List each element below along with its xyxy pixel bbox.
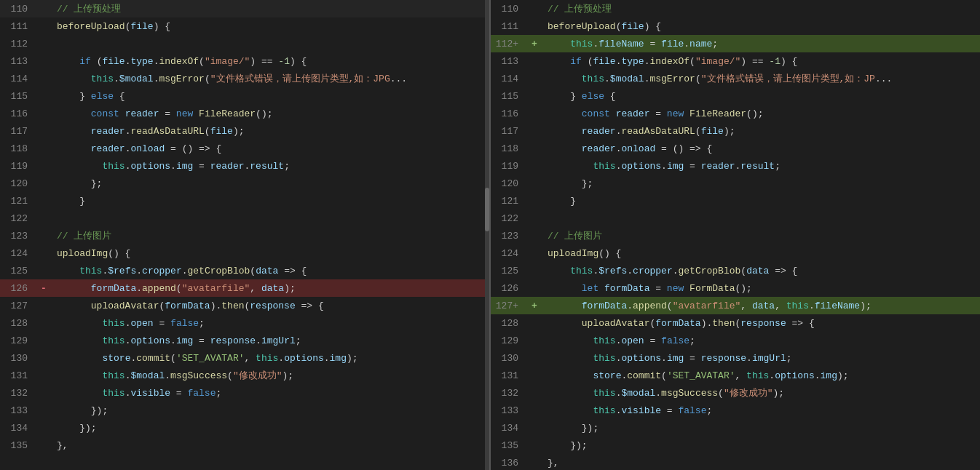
table-row: 129 this.open = false; [491,332,980,349]
table-row: 113 if (file.type.indexOf("image/") == -… [0,52,489,70]
table-row: 114 this.$modal.msgError("文件格式错误，请上传图片类型… [0,70,489,87]
table-row: 129 this.options.img = response.imgUrl; [0,332,489,349]
table-row: 126 let formData = new FormData(); [491,279,980,297]
table-row: 134 }); [0,419,489,437]
table-row: 118 reader.onload = () => { [491,140,980,157]
table-row: 110 // 上传预处理 [0,0,489,17]
table-row: 131 this.$modal.msgSuccess("修改成功"); [0,367,489,384]
table-row: 121 } [0,192,489,210]
table-row: 136 }, [491,454,980,470]
table-row: 113 if (file.type.indexOf("image/") == -… [491,52,980,70]
table-row: 117 reader.readAsDataURL(file); [0,122,489,140]
table-row: 133 }); [0,402,489,419]
table-row: 119 this.options.img = reader.result; [491,157,980,175]
table-row: 124 uploadImg() { [491,244,980,262]
table-row: 134 }); [491,419,980,437]
table-row: 116 const reader = new FileReader(); [0,105,489,122]
table-row: 127 uploadAvatar(formData).then(response… [0,297,489,314]
table-row: 123 // 上传图片 [0,227,489,244]
table-row: 112 [0,35,489,52]
table-row: 111 beforeUpload(file) { [0,17,489,35]
diff-viewer: 110 // 上传预处理 111 beforeUpload(file) { 11… [0,0,980,470]
table-row: 133 this.visible = false; [491,402,980,419]
table-row: 123 // 上传图片 [491,227,980,244]
right-pane: 110 // 上传预处理 111 beforeUpload(file) { 11… [491,0,980,470]
table-row: 132 this.visible = false; [0,384,489,402]
table-row: 119 this.options.img = reader.result; [0,157,489,175]
table-row: 135 }, [0,437,489,454]
left-pane: 110 // 上传预处理 111 beforeUpload(file) { 11… [0,0,491,470]
table-row: 118 reader.onload = () => { [0,140,489,157]
table-row: 125 this.$refs.cropper.getCropBlob(data … [0,262,489,279]
table-row: 115 } else { [491,87,980,105]
table-row: 122 [0,210,489,227]
table-row: 120 }; [491,175,980,192]
table-row: 122 [491,210,980,227]
table-row: 121 } [491,192,980,210]
table-row: 126 - formData.append("avatarfile", data… [0,279,489,297]
table-row: 114 this.$modal.msgError("文件格式错误，请上传图片类型… [491,70,980,87]
table-row: 130 this.options.img = response.imgUrl; [491,349,980,367]
table-row: 131 store.commit('SET_AVATAR', this.opti… [491,367,980,384]
table-row: 127+ + formData.append("avatarfile", dat… [491,297,980,314]
table-row: 128 uploadAvatar(formData).then(response… [491,314,980,332]
table-row: 116 const reader = new FileReader(); [491,105,980,122]
table-row: 125 this.$refs.cropper.getCropBlob(data … [491,262,980,279]
table-row: 115 } else { [0,87,489,105]
table-row: 132 this.$modal.msgSuccess("修改成功"); [491,384,980,402]
table-row: 112+ + this.fileName = file.name; [491,35,980,52]
table-row: 130 store.commit('SET_AVATAR', this.opti… [0,349,489,367]
table-row: 117 reader.readAsDataURL(file); [491,122,980,140]
table-row: 110 // 上传预处理 [491,0,980,17]
table-row: 120 }; [0,175,489,192]
table-row: 135 }); [491,437,980,454]
table-row: 111 beforeUpload(file) { [491,17,980,35]
table-row: 124 uploadImg() { [0,244,489,262]
table-row: 128 this.open = false; [0,314,489,332]
